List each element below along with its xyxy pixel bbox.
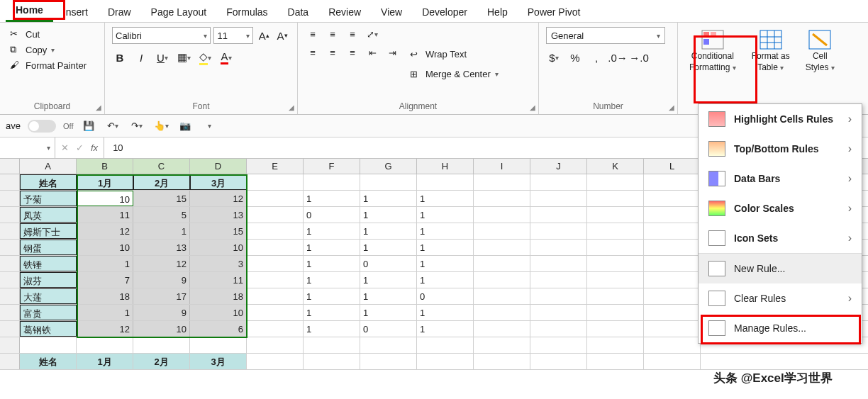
tab-developer[interactable]: Developer <box>412 4 477 22</box>
col-J[interactable]: J <box>530 159 587 174</box>
cell[interactable] <box>644 354 701 369</box>
cell[interactable]: 18 <box>190 288 247 304</box>
cell[interactable]: 1 <box>417 256 474 271</box>
cell[interactable] <box>587 337 644 353</box>
save-button[interactable]: 💾 <box>80 118 97 135</box>
camera-button[interactable]: 📷 <box>177 118 194 135</box>
tab-view[interactable]: View <box>371 4 412 22</box>
align-right-button[interactable]: ≡ <box>345 45 360 60</box>
cell[interactable] <box>644 240 701 255</box>
row-number[interactable] <box>0 240 20 255</box>
cell[interactable] <box>530 191 587 206</box>
cell[interactable]: 17 <box>133 288 190 304</box>
col-E[interactable]: E <box>247 159 304 174</box>
cell[interactable]: 1 <box>360 272 417 288</box>
cell[interactable] <box>247 174 304 190</box>
cell[interactable]: 1 <box>417 321 474 337</box>
format-painter-button[interactable]: 🖌Format Painter <box>7 58 97 72</box>
row-number[interactable] <box>0 272 20 288</box>
row-number[interactable] <box>0 288 20 304</box>
cut-button[interactable]: ✂Cut <box>7 27 97 41</box>
cell[interactable]: 0 <box>360 321 417 337</box>
cell[interactable]: 1 <box>304 240 360 255</box>
alignment-launcher[interactable]: ◢ <box>530 103 535 111</box>
cell[interactable]: 12 <box>77 223 133 239</box>
cell[interactable]: 0 <box>304 207 360 223</box>
cell[interactable]: 1 <box>417 240 474 255</box>
cell[interactable] <box>77 337 133 353</box>
cell[interactable]: 1 <box>77 256 133 271</box>
decrease-indent-button[interactable]: ⇤ <box>365 45 380 60</box>
cell[interactable]: 11 <box>190 272 247 288</box>
cf-icon-sets[interactable]: Icon Sets› <box>699 223 862 253</box>
cell[interactable]: 1 <box>360 240 417 255</box>
cell[interactable]: 1 <box>360 223 417 239</box>
cell[interactable] <box>474 272 530 288</box>
cell[interactable]: 1 <box>304 191 360 206</box>
row-number[interactable] <box>0 321 20 337</box>
header2-m1[interactable]: 1月 <box>77 354 133 369</box>
col-L[interactable]: L <box>644 159 701 174</box>
clipboard-launcher[interactable]: ◢ <box>96 103 101 111</box>
redo-button[interactable]: ↷▾ <box>128 118 145 135</box>
header-m1[interactable]: 1月 <box>77 174 133 190</box>
font-color-button[interactable]: A▾ <box>218 50 234 65</box>
comma-format-button[interactable]: , <box>589 50 604 65</box>
cell[interactable] <box>417 354 474 369</box>
cell[interactable]: 15 <box>190 223 247 239</box>
cell-name[interactable]: 淑芬 <box>20 272 77 288</box>
cell[interactable] <box>644 305 701 320</box>
cell[interactable] <box>474 207 530 223</box>
align-center-button[interactable]: ≡ <box>325 45 340 60</box>
cell[interactable]: 1 <box>304 321 360 337</box>
cell[interactable] <box>644 272 701 288</box>
cell[interactable]: 1 <box>417 207 474 223</box>
cell[interactable] <box>644 174 701 190</box>
cell[interactable] <box>417 337 474 353</box>
decrease-decimal-button[interactable]: →.0 <box>631 50 647 65</box>
cell[interactable]: 10 <box>190 305 247 320</box>
cell[interactable] <box>587 354 644 369</box>
fx-icon[interactable]: fx <box>91 142 98 153</box>
cell[interactable] <box>587 256 644 271</box>
font-name-select[interactable]: Calibri▾ <box>112 27 211 44</box>
cell[interactable] <box>247 288 304 304</box>
cell[interactable]: 1 <box>417 272 474 288</box>
cell[interactable] <box>360 354 417 369</box>
cell[interactable] <box>474 321 530 337</box>
tab-insert[interactable]: Insert <box>53 4 98 22</box>
cell[interactable] <box>360 337 417 353</box>
col-G[interactable]: G <box>360 159 417 174</box>
cell[interactable] <box>644 223 701 239</box>
name-box[interactable]: ▾ <box>0 137 55 158</box>
cell[interactable]: 1 <box>417 191 474 206</box>
cell[interactable] <box>247 256 304 271</box>
tab-draw[interactable]: Draw <box>98 4 141 22</box>
bold-button[interactable]: B <box>112 50 128 65</box>
cell[interactable] <box>247 321 304 337</box>
cell-name[interactable]: 葛钢铁 <box>20 321 77 337</box>
row-number[interactable] <box>0 337 20 353</box>
col-C[interactable]: C <box>133 159 190 174</box>
cell[interactable] <box>644 337 701 353</box>
cell[interactable] <box>304 337 360 353</box>
cell[interactable]: 12 <box>77 321 133 337</box>
tab-data[interactable]: Data <box>278 4 319 22</box>
align-left-button[interactable]: ≡ <box>305 45 321 60</box>
cell[interactable]: 1 <box>304 288 360 304</box>
cell[interactable]: 7 <box>77 272 133 288</box>
cell[interactable]: 1 <box>417 223 474 239</box>
cell[interactable]: 0 <box>417 288 474 304</box>
cf-new-rule[interactable]: New Rule... <box>699 253 862 283</box>
cell-name[interactable]: 富贵 <box>20 305 77 320</box>
cell[interactable] <box>644 256 701 271</box>
cell[interactable] <box>530 288 587 304</box>
fill-color-button[interactable]: ◇▾ <box>197 50 213 65</box>
merge-center-button[interactable]: ⊞Merge & Center▾ <box>407 67 501 82</box>
cell[interactable] <box>474 305 530 320</box>
cell[interactable] <box>530 174 587 190</box>
conditional-formatting-button[interactable]: Conditional Formatting ▾ <box>685 27 740 113</box>
accounting-format-button[interactable]: $▾ <box>546 50 562 65</box>
header-name[interactable]: 姓名 <box>20 174 77 190</box>
header-m2[interactable]: 2月 <box>133 174 190 190</box>
